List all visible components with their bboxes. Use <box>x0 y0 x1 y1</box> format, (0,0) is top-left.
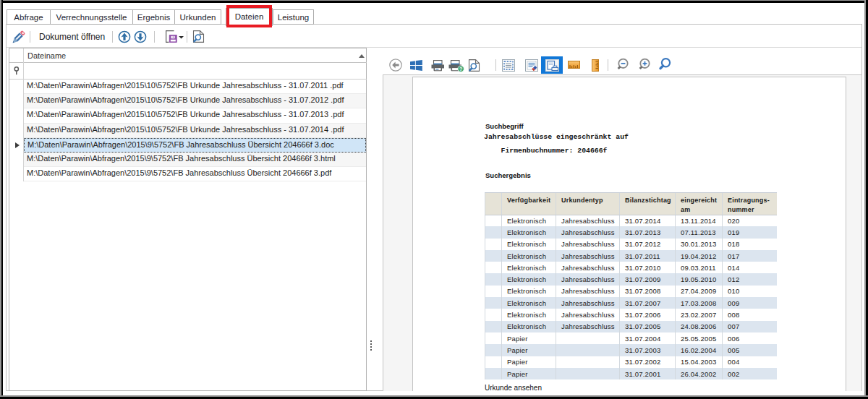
svg-text:?: ? <box>459 66 462 71</box>
